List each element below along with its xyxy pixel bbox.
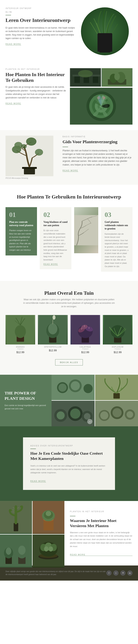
bekijk-alles-button[interactable]: BEKIJK ALLES xyxy=(55,359,83,366)
plants-grid: ANANAS Potplant $12.99 SPATHIPHYLLUM $12… xyxy=(5,315,133,354)
svg-point-56 xyxy=(71,381,80,390)
photo-succulents-bottom xyxy=(95,401,138,426)
pagination: 01 / 55 xyxy=(5,11,75,13)
facebook-icon[interactable]: f xyxy=(106,570,112,576)
svg-point-54 xyxy=(58,384,67,392)
svg-point-69 xyxy=(100,412,108,420)
section-interieur-ontwerp: INTERIEUR ONTWERP 01 / 55 Leren Over Int… xyxy=(0,0,138,63)
section2-body: Er gaat niets als je brengt als meer acc… xyxy=(5,85,66,100)
photo-mixed: › xyxy=(51,401,95,426)
footer: Deer stijlvijle plant versje van goede s… xyxy=(0,566,138,580)
calathea-species: Potplant xyxy=(70,348,100,350)
svg-rect-25 xyxy=(22,167,37,169)
svg-rect-4 xyxy=(93,76,98,83)
spathi-name: SPATHIPHYLLUM xyxy=(38,346,68,348)
section-plant-tuin: Plant Overal Een Tuin Waar we ook zijn, … xyxy=(0,281,138,375)
divider3 xyxy=(30,449,36,449)
ananas-price: $12.99 xyxy=(5,351,35,354)
step3-title: Geef planten voldoende ruimte om te groe… xyxy=(105,220,129,230)
photo-aloe xyxy=(95,375,138,400)
svg-point-22 xyxy=(97,96,100,99)
svg-point-100 xyxy=(44,546,48,552)
svg-point-27 xyxy=(14,142,22,148)
ananas-image xyxy=(5,315,35,344)
section2-read-more[interactable]: READ MORE xyxy=(5,102,21,105)
section4-title: Hoe Planten Te Gebruiken In Interieuront… xyxy=(5,194,133,200)
succulents-image xyxy=(70,88,133,124)
svg-point-28 xyxy=(26,138,36,146)
svg-point-29 xyxy=(35,149,43,156)
grass-plant-image xyxy=(81,7,129,55)
section3-basis-label: BASIS INFORMATIE xyxy=(63,136,133,138)
svg-point-71 xyxy=(113,408,122,417)
power-plant-text-area: THE POWER OF PLANT DESIGN Een ruimte en … xyxy=(0,375,51,426)
step2-number: 02 xyxy=(43,211,68,218)
plant-card-calathea: CALATHEA Potplant $12.99 xyxy=(70,315,100,354)
svg-point-64 xyxy=(70,408,80,419)
ficus-label: FICUS Microcarpa Ginseng xyxy=(5,177,57,179)
section1-body: Er gaat niets boven een bloementabeau in… xyxy=(5,26,75,40)
svg-point-85 xyxy=(46,511,51,516)
next-arrow-icon[interactable]: › xyxy=(87,419,92,424)
section1-image xyxy=(81,7,133,55)
step1-box: 01 Plan uw centrale ontwerp rond planten… xyxy=(5,207,37,256)
step2-read-more[interactable]: READ MORE xyxy=(43,263,58,266)
svg-point-73 xyxy=(127,411,133,418)
section-waarom-versieren: PLANTEN IN HET INTERIEUR Waarom Je Inter… xyxy=(0,501,138,566)
photo-succulents-top xyxy=(51,375,95,400)
asplenum-image xyxy=(103,315,133,344)
section-gids-verzorging: FICUS Microcarpa Ginseng BASIS INFORMATI… xyxy=(0,130,138,185)
section7-body: Voelt u in interieur ook te veel van een… xyxy=(30,464,108,474)
section1-read-more[interactable]: READ MORE xyxy=(5,43,21,45)
section8-text: PLANTEN IN HET INTERIEUR Waarom Je Inter… xyxy=(64,501,138,566)
divider xyxy=(5,15,11,15)
power-plant-photos: › xyxy=(51,375,138,426)
step1-body: Planten voegen leven en kleur toe aan ee… xyxy=(9,229,33,252)
section8-read-more[interactable]: READ MORE xyxy=(70,554,133,556)
svg-point-34 xyxy=(15,325,26,338)
linkedin-icon[interactable]: in xyxy=(127,570,133,576)
svg-point-66 xyxy=(84,413,91,420)
mixed-plants-image xyxy=(0,534,32,568)
star-icon[interactable]: ✦ xyxy=(120,570,126,576)
calathea-price: $12.99 xyxy=(70,351,100,354)
svg-point-101 xyxy=(49,546,53,552)
ananas-species: Potplant xyxy=(5,348,35,350)
green-succulents-bowl xyxy=(33,534,65,568)
section-stappen: Hoe Planten Te Gebruiken In Interieuront… xyxy=(0,185,138,281)
svg-rect-24 xyxy=(24,168,35,174)
section8-images xyxy=(0,501,64,566)
step2-body: Er zijn voor onze verschillende material… xyxy=(43,229,68,261)
asplenum-name: ASPLENUM xyxy=(103,346,133,348)
plant-card-spathi: SPATHIPHYLLUM $12.99 xyxy=(38,315,68,354)
power-plant-body: Een ruimte en brengt tegelijkertijd een … xyxy=(4,404,47,410)
section2-title: Hoe Planten In Het Interieur Te Gebruike… xyxy=(5,72,66,83)
step3-image xyxy=(74,207,98,253)
section1-label: INTERIEUR ONTWERP xyxy=(5,7,75,10)
svg-point-30 xyxy=(21,144,27,148)
section8-title: Waarom Je Interieur Moet Versieren Met P… xyxy=(70,518,133,528)
steps-grid: 01 Plan uw centrale ontwerp rond planten… xyxy=(5,207,133,272)
step3-body: Kamerplanten zijn de beste keuze voor in… xyxy=(105,232,129,268)
step2-box: 02 Voeg bladmos of zand toe aan potten E… xyxy=(40,207,71,269)
calathea-name: CALATHEA xyxy=(70,346,100,348)
asplenum-price: $12.99 xyxy=(103,351,133,354)
twitter-icon[interactable]: t xyxy=(113,570,119,576)
spathi-image xyxy=(38,315,68,344)
terracotta-image xyxy=(33,501,65,534)
section8-label: PLANTEN IN HET INTERIEUR xyxy=(70,510,133,512)
step2-title: Voeg bladmos of zand toe aan potten xyxy=(43,220,68,227)
svg-point-13 xyxy=(114,73,120,80)
divider2 xyxy=(63,147,68,147)
section5-title: Plant Overal Een Tuin xyxy=(5,290,133,296)
section-power-plant: THE POWER OF PLANT DESIGN Een ruimte en … xyxy=(0,375,138,426)
svg-point-91 xyxy=(6,548,11,555)
svg-point-38 xyxy=(48,323,57,334)
section-hoe-planten: PLANTEN IN HET INTERIEUR Hoe Planten In … xyxy=(0,63,138,130)
svg-rect-59 xyxy=(113,393,120,398)
section7-read-more[interactable]: READ MORE xyxy=(30,480,46,482)
svg-point-21 xyxy=(103,96,105,99)
section7-label: ADVIES OVER INTERIEURONTWERP xyxy=(30,445,108,447)
svg-rect-0 xyxy=(99,44,110,52)
section3-read-more[interactable]: READ MORE xyxy=(63,170,78,172)
